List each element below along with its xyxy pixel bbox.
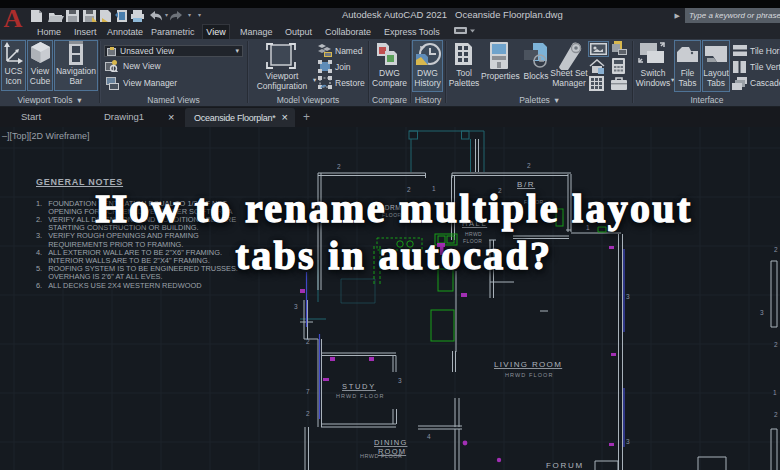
svg-text:1: 1 [773,389,777,396]
svg-text:3: 3 [626,438,630,445]
svg-text:7: 7 [306,388,310,395]
svg-text:2: 2 [527,162,531,169]
svg-text:2: 2 [774,411,778,418]
svg-text:LIVING ROOM: LIVING ROOM [494,360,562,369]
svg-text:2: 2 [774,341,778,348]
svg-text:4: 4 [427,433,431,440]
svg-text:2: 2 [337,163,341,170]
svg-text:HRWD FLOOR: HRWD FLOOR [336,393,384,399]
svg-text:3: 3 [760,309,764,316]
svg-text:DINING: DINING [374,438,407,447]
svg-text:3: 3 [398,377,402,384]
svg-text:HRWD FLOOR: HRWD FLOOR [505,372,553,378]
svg-text:FORUM: FORUM [546,461,584,470]
svg-text:HRWD FLOOR: HRWD FLOOR [360,453,402,459]
svg-text:A: A [4,7,23,29]
svg-text:2: 2 [306,338,310,345]
svg-text:3: 3 [626,293,630,300]
svg-text:STUDY: STUDY [342,382,376,391]
svg-text:3: 3 [294,303,298,310]
svg-text:2: 2 [306,410,310,417]
